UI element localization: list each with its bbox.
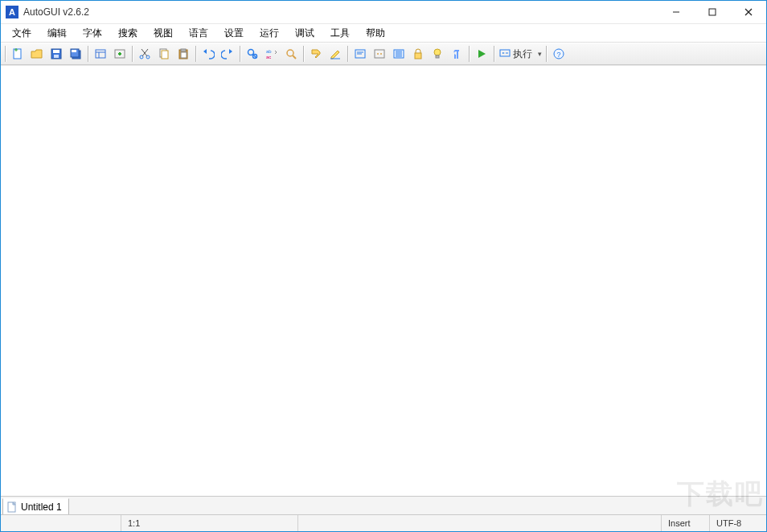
svg-rect-39	[375, 50, 384, 58]
svg-point-41	[380, 53, 382, 55]
menu-search[interactable]: 搜索	[110, 25, 146, 42]
editor-area: Untitled 1	[1, 65, 766, 514]
save-all-button[interactable]	[66, 44, 85, 63]
menu-edit[interactable]: 编辑	[39, 25, 75, 42]
open-file-button[interactable]	[27, 44, 47, 63]
toolbar: abac	[1, 43, 766, 65]
run-play-button[interactable]	[472, 44, 491, 63]
svg-rect-8	[53, 50, 59, 53]
lightbulb-button[interactable]	[428, 44, 447, 63]
status-insert-mode[interactable]: Insert	[662, 515, 710, 531]
maximize-button[interactable]	[694, 1, 730, 23]
svg-line-21	[142, 49, 148, 56]
menu-view[interactable]: 视图	[146, 25, 181, 42]
svg-point-33	[287, 50, 293, 56]
text-editor[interactable]	[1, 65, 766, 496]
document-tab-bar: Untitled 1	[1, 496, 766, 514]
find-button[interactable]	[243, 44, 262, 63]
status-cursor-position: 1:1	[121, 515, 298, 531]
svg-text:ab: ab	[266, 49, 272, 54]
lock-button[interactable]	[408, 44, 428, 63]
run-execute-label: 执行	[511, 47, 535, 61]
wrap-button[interactable]	[351, 44, 370, 63]
whitespace-button[interactable]	[370, 44, 389, 63]
svg-line-34	[293, 55, 296, 59]
menu-bar: 文件 编辑 字体 搜索 视图 语言 设置 运行 调试 工具 帮助	[1, 24, 766, 43]
menu-debug[interactable]: 调试	[287, 25, 322, 42]
pilcrow-button[interactable]	[447, 44, 466, 63]
svg-rect-9	[54, 55, 59, 58]
menu-file[interactable]: 文件	[4, 25, 39, 42]
redo-button[interactable]	[218, 44, 237, 63]
help-button[interactable]: ?	[549, 44, 568, 63]
document-icon	[6, 501, 18, 513]
document-tab[interactable]: Untitled 1	[2, 498, 69, 514]
cut-button[interactable]	[135, 44, 154, 63]
toggle-panel-button[interactable]	[91, 44, 110, 63]
svg-rect-13	[96, 50, 105, 58]
svg-point-40	[377, 53, 379, 55]
menu-help[interactable]: 帮助	[358, 25, 393, 42]
app-icon: A	[6, 6, 18, 18]
window-controls	[658, 1, 766, 23]
svg-rect-49	[436, 55, 439, 58]
minimize-button[interactable]	[658, 1, 694, 23]
save-button[interactable]	[47, 44, 66, 63]
undo-button[interactable]	[199, 44, 218, 63]
svg-text:?: ?	[557, 51, 561, 59]
svg-rect-24	[162, 51, 168, 59]
window-title: AutoGUI v2.6.2	[23, 6, 89, 18]
title-bar: A AutoGUI v2.6.2	[1, 1, 766, 24]
replace-button[interactable]: abac	[262, 44, 281, 63]
status-encoding[interactable]: UTF-8	[710, 515, 766, 531]
svg-rect-47	[415, 53, 421, 59]
menu-language[interactable]: 语言	[181, 25, 216, 42]
run-dropdown-icon[interactable]: ▾	[535, 45, 543, 63]
svg-text:ac: ac	[266, 55, 271, 59]
menu-tools[interactable]: 工具	[322, 25, 358, 42]
svg-rect-12	[72, 50, 76, 52]
menu-font[interactable]: 字体	[75, 25, 110, 42]
new-window-button[interactable]	[110, 44, 129, 63]
execute-icon	[498, 47, 511, 62]
paste-button[interactable]	[174, 44, 193, 63]
menu-settings[interactable]: 设置	[216, 25, 252, 42]
svg-rect-26	[181, 49, 186, 51]
close-button[interactable]	[730, 1, 766, 23]
status-bar: 1:1 Insert UTF-8	[1, 514, 766, 531]
status-cell-empty	[1, 515, 121, 531]
search-button[interactable]	[281, 44, 301, 63]
run-execute-split-button[interactable]: 执行 ▾	[498, 45, 543, 63]
svg-point-48	[434, 49, 441, 55]
document-tab-label: Untitled 1	[21, 501, 62, 513]
menu-run[interactable]: 运行	[252, 25, 287, 42]
svg-rect-4	[14, 49, 21, 59]
indent-guides-button[interactable]	[389, 44, 408, 63]
copy-button[interactable]	[154, 44, 174, 63]
status-cell-spacer	[298, 515, 662, 531]
new-file-button[interactable]	[8, 44, 27, 63]
svg-rect-1	[709, 9, 716, 15]
svg-point-28	[248, 50, 254, 55]
svg-rect-27	[181, 52, 187, 58]
svg-line-22	[142, 49, 147, 56]
bookmark-button[interactable]	[306, 44, 326, 63]
app-window: A AutoGUI v2.6.2 文件 编辑 字体 搜索 视图 语言 设置 运行…	[0, 0, 767, 532]
highlight-button[interactable]	[326, 44, 345, 63]
